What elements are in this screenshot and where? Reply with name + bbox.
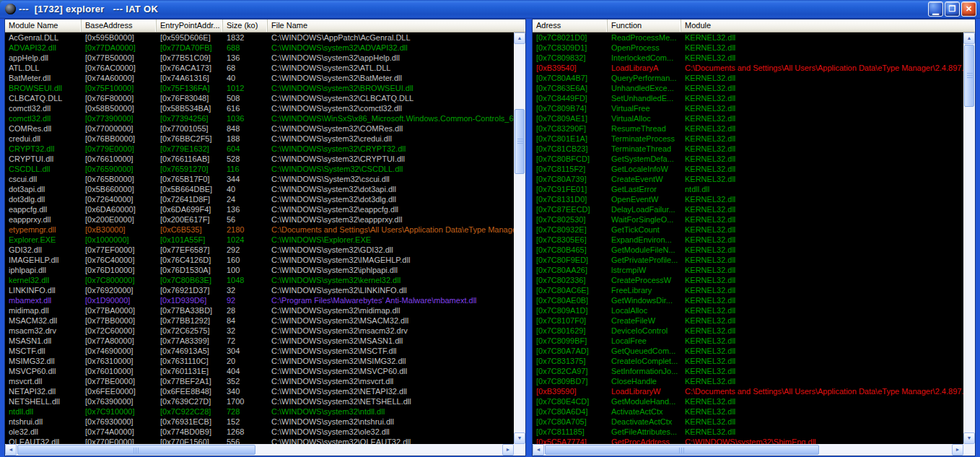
horizontal-scroll-thumb[interactable] — [545, 445, 819, 455]
table-row[interactable]: [0x5C5A7774]GetProcAddressC:\WINDOWS\sys… — [533, 437, 963, 444]
table-row[interactable]: CLBCATQ.DLL[0x76F80000][0x76F83048]508C:… — [5, 93, 514, 103]
table-row[interactable]: [0x7C8021D0]ReadProcessMe...KERNEL32.dll — [533, 32, 963, 43]
table-row[interactable]: [0x7C809B74]VirtualFreeKERNEL32.dll — [533, 103, 963, 113]
table-row[interactable]: [0x7C801629]DeviceIoControlKERNEL32.dll — [533, 326, 963, 336]
table-row[interactable]: kernel32.dll[0x7C800000][0x7C80B63E]1048… — [5, 275, 514, 285]
table-row[interactable]: cscui.dll[0x765B0000][0x765B17F0]344C:\W… — [5, 174, 514, 184]
table-row[interactable]: ntshrui.dll[0x76930000][0x76931ECB]152C:… — [5, 417, 514, 427]
table-row[interactable]: [0x7C80BFCD]GetSystemDefa...KERNEL32.dll — [533, 154, 963, 164]
table-row[interactable]: CSCDLL.dll[0x76590000][0x76591270]116C:\… — [5, 164, 514, 174]
table-row[interactable]: [0x7C8131D0]OpenEventWKERNEL32.dll — [533, 194, 963, 204]
table-row[interactable]: msvcrt.dll[0x77BE0000][0x77BEF2A1]352C:\… — [5, 376, 514, 386]
table-row[interactable]: [0x7C831375]CreateIoComplet...KERNEL32.d… — [533, 356, 963, 366]
table-row[interactable]: [0xB39590]LoadLibraryWC:\Documents and S… — [533, 386, 963, 396]
iat-vertical-scrollbar[interactable]: ▲ ▼ — [963, 32, 975, 444]
table-row[interactable]: [0x7C809BD7]CloseHandleKERNEL32.dll — [533, 376, 963, 386]
table-row[interactable]: [0x7C80A739]CreateEventWKERNEL32.dll — [533, 174, 963, 184]
scroll-right-button[interactable]: ► — [502, 444, 514, 456]
table-row[interactable]: [0x7C80A705]DeactivateActCtxKERNEL32.dll — [533, 417, 963, 427]
table-row[interactable]: [0x7C80AE0B]GetWindowsDir...KERNEL32.dll — [533, 295, 963, 305]
table-row[interactable]: ATL.DLL[0x76AC0000][0x76ACA173]68C:\WIND… — [5, 63, 514, 73]
table-row[interactable]: [0x7C80AC6E]FreeLibraryKERNEL32.dll — [533, 285, 963, 295]
table-row[interactable]: dot3dlg.dll[0x72640000][0x72641D8F]24C:\… — [5, 194, 514, 204]
scroll-left-button[interactable]: ◄ — [5, 444, 17, 456]
table-row[interactable]: [0x7C80932E]GetTickCountKERNEL32.dll — [533, 225, 963, 235]
table-row[interactable]: [0x7C801E1A]TerminateProcessKERNEL32.dll — [533, 134, 963, 144]
table-row[interactable]: MSCTF.dll[0x74690000][0x746913A5]304C:\W… — [5, 346, 514, 356]
table-row[interactable]: NETSHELL.dll[0x76390000][0x7639C27D]1700… — [5, 396, 514, 406]
scroll-down-button[interactable]: ▼ — [963, 432, 975, 444]
table-row[interactable]: [0x7C87EECD]DelayLoadFailur...KERNEL32.d… — [533, 204, 963, 214]
table-row[interactable]: dot3api.dll[0x5B660000][0x5B664DBE]40C:\… — [5, 184, 514, 194]
table-row[interactable]: AcGenral.DLL[0x595B0000][0x595D606E]1832… — [5, 32, 514, 43]
table-row[interactable]: CRYPTUI.dll[0x76610000][0x766116AB]528C:… — [5, 154, 514, 164]
table-row[interactable]: GDI32.dll[0x77EF0000][0x77EF6587]292C:\W… — [5, 245, 514, 255]
scroll-up-button[interactable]: ▲ — [963, 32, 975, 44]
iat-horizontal-scrollbar[interactable]: ◄ ► — [533, 444, 963, 456]
table-row[interactable]: [0x7C811185]GetFileAttributes...KERNEL32… — [533, 427, 963, 437]
vertical-scroll-thumb[interactable] — [964, 45, 974, 107]
table-row[interactable]: MSVCP60.dll[0x76010000][0x7601131E]404C:… — [5, 366, 514, 376]
table-row[interactable]: mbamext.dll[0x1D90000][0x1D939D6]92C:\Pr… — [5, 295, 514, 305]
table-row[interactable]: [0x7C8305E6]ExpandEnviron...KERNEL32.dll — [533, 235, 963, 245]
column-header[interactable]: Size (ko) — [223, 19, 268, 32]
table-row[interactable]: [0x7C80A4B7]QueryPerforman...KERNEL32.dl… — [533, 73, 963, 83]
table-row[interactable]: BatMeter.dll[0x74A60000][0x74A61316]40C:… — [5, 73, 514, 83]
horizontal-scroll-thumb[interactable] — [17, 445, 255, 455]
table-row[interactable]: [0x7C8099BF]LocalFreeKERNEL32.dll — [533, 336, 963, 346]
scroll-left-button[interactable]: ◄ — [533, 444, 544, 456]
modules-vertical-scrollbar[interactable]: ▲ ▼ — [514, 32, 525, 444]
table-row[interactable]: BROWSEUI.dll[0x75F10000][0x75F136FA]1012… — [5, 83, 514, 93]
table-row[interactable]: [0x7C809AE1]VirtualAllocKERNEL32.dll — [533, 113, 963, 123]
column-header[interactable]: File Name — [268, 19, 525, 32]
table-row[interactable]: eappcfg.dll[0x6DA60000][0x6DA699F4]136C:… — [5, 204, 514, 214]
table-row[interactable]: [0x7C802530]WaitForSingleO...KERNEL32.dl… — [533, 214, 963, 225]
table-row[interactable]: comctl32.dll[0x77390000][0x77394256]1036… — [5, 113, 514, 123]
table-row[interactable]: msacm32.drv[0x72C60000][0x72C62575]32C:\… — [5, 326, 514, 336]
table-row[interactable]: [0x7C82CA97]SetInformationJo...KERNEL32.… — [533, 366, 963, 376]
column-header[interactable]: Module Name — [5, 19, 82, 32]
table-row[interactable]: COMRes.dll[0x77000000][0x77001055]848C:\… — [5, 123, 514, 134]
close-button[interactable]: ✕ — [961, 1, 976, 17]
table-row[interactable]: LINKINFO.dll[0x76920000][0x76921D37]32C:… — [5, 285, 514, 295]
minimize-button[interactable]: ▁ — [928, 1, 943, 17]
column-header[interactable]: BaseAddress — [82, 19, 157, 32]
table-row[interactable]: Explorer.EXE[0x1000000][0x101A55F]1024C:… — [5, 235, 514, 245]
vertical-scroll-thumb[interactable] — [515, 109, 525, 174]
scroll-down-button[interactable]: ▼ — [514, 432, 525, 444]
column-header[interactable]: Adress — [533, 19, 608, 32]
table-row[interactable]: [0x7C809832]InterlockedCom...KERNEL32.dl… — [533, 53, 963, 63]
scroll-right-button[interactable]: ► — [952, 444, 963, 456]
table-row[interactable]: [0x7C91FE01]GetLastErrorntdll.dll — [533, 184, 963, 194]
table-row[interactable]: [0x7C80B465]GetModuleFileN...KERNEL32.dl… — [533, 245, 963, 255]
table-row[interactable]: appHelp.dll[0x77B50000][0x77B51C09]136C:… — [5, 53, 514, 63]
table-row[interactable]: ole32.dll[0x774A0000][0x774BD0B9]1268C:\… — [5, 427, 514, 437]
table-row[interactable]: [0x7C80A7AD]GetQueuedCom...KERNEL32.dll — [533, 346, 963, 356]
table-row[interactable]: [0x7C80E4CD]GetModuleHand...KERNEL32.dll — [533, 396, 963, 406]
table-row[interactable]: MSIMG32.dll[0x76310000][0x7631110C]20C:\… — [5, 356, 514, 366]
table-row[interactable]: [0xB39540]LoadLibraryAC:\Documents and S… — [533, 63, 963, 73]
table-row[interactable]: eappprxy.dll[0x200E0000][0x200E617F]56C:… — [5, 214, 514, 225]
table-row[interactable]: [0x7C83290F]ResumeThreadKERNEL32.dll — [533, 123, 963, 134]
table-row[interactable]: [0x7C81CB23]TerminateThreadKERNEL32.dll — [533, 144, 963, 154]
table-row[interactable]: [0x7C80A6D4]ActivateActCtxKERNEL32.dll — [533, 406, 963, 417]
table-row[interactable]: MSASN1.dll[0x77A80000][0x77A83399]72C:\W… — [5, 336, 514, 346]
table-row[interactable]: CRYPT32.dll[0x779E0000][0x779E1632]604C:… — [5, 144, 514, 154]
table-row[interactable]: etypemngr.dll[0xB30000][0xC6B535]2180C:\… — [5, 225, 514, 235]
table-row[interactable]: [0x7C809A1D]LocalAllocKERNEL32.dll — [533, 305, 963, 315]
table-row[interactable]: [0x7C8115F2]GetLocaleInfoWKERNEL32.dll — [533, 164, 963, 174]
table-row[interactable]: [0x7C8309D1]OpenProcessKERNEL32.dll — [533, 43, 963, 53]
table-row[interactable]: NETAPI32.dll[0x6FEE0000][0x6FEE8B48]340C… — [5, 386, 514, 396]
modules-horizontal-scrollbar[interactable]: ◄ ► — [5, 444, 514, 456]
column-header[interactable]: Function — [608, 19, 681, 32]
table-row[interactable]: midimap.dll[0x77BA0000][0x77BA33BD]28C:\… — [5, 305, 514, 315]
table-row[interactable]: [0x7C802336]CreateProcessWKERNEL32.dll — [533, 275, 963, 285]
table-row[interactable]: ntdll.dll[0x7C910000][0x7C922C28]728C:\W… — [5, 406, 514, 417]
column-header[interactable]: EntryPointAddr... — [157, 19, 223, 32]
table-row[interactable]: credui.dll[0x76BB0000][0x76BBC2F5]188C:\… — [5, 134, 514, 144]
table-row[interactable]: iphlpapi.dll[0x76D10000][0x76D1530A]100C… — [5, 265, 514, 275]
table-row[interactable]: [0x7C80AA26]lstrcmpiWKERNEL32.dll — [533, 265, 963, 275]
table-row[interactable]: MSACM32.dll[0x77BB0000][0x77BB1292]84C:\… — [5, 315, 514, 326]
table-row[interactable]: [0x7C863E6A]UnhandledExce...KERNEL32.dll — [533, 83, 963, 93]
titlebar[interactable]: --- [1732] explorer --- IAT OK ▁ ❐ ✕ — [0, 0, 980, 19]
